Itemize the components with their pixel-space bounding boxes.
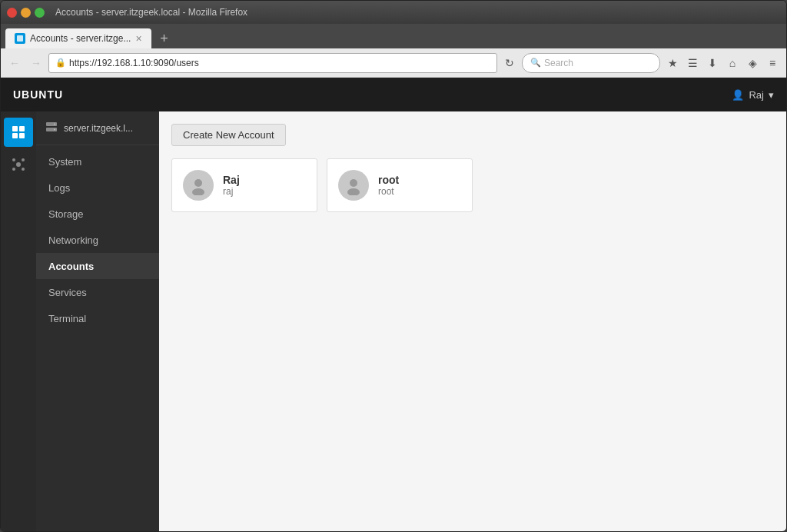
svg-point-17 xyxy=(347,188,360,195)
window-close-button[interactable] xyxy=(7,8,17,18)
avatar-root xyxy=(338,170,369,201)
svg-rect-4 xyxy=(19,133,25,138)
svg-point-12 xyxy=(54,123,55,125)
svg-point-13 xyxy=(54,128,55,130)
app-body: server.itzgeek.l... System Logs Storage … xyxy=(1,111,786,531)
search-icon: 🔍 xyxy=(530,58,541,68)
home-button[interactable]: ⌂ xyxy=(723,54,742,72)
tab-bar: Accounts - server.itzge... × + xyxy=(1,24,786,48)
tab-favicon xyxy=(15,33,25,44)
nav-sidebar-server-label: server.itzgeek.l... xyxy=(64,123,133,134)
nav-item-logs[interactable]: Logs xyxy=(36,175,159,201)
svg-rect-1 xyxy=(12,126,18,131)
title-bar: Accounts - server.itzgeek.local - Mozill… xyxy=(1,1,786,24)
nav-item-storage[interactable]: Storage xyxy=(36,201,159,227)
window-minimize-button[interactable] xyxy=(21,8,31,18)
account-info-root: root root xyxy=(378,174,399,197)
user-icon: 👤 xyxy=(732,89,744,101)
title-bar-text: Accounts - server.itzgeek.local - Mozill… xyxy=(55,7,247,18)
window-maximize-button[interactable] xyxy=(35,8,45,18)
pocket-button[interactable]: ◈ xyxy=(743,54,762,72)
account-username-raj: raj xyxy=(223,186,240,197)
address-bar[interactable]: 🔒 https://192.168.1.10:9090/users xyxy=(48,53,497,73)
nav-sidebar: server.itzgeek.l... System Logs Storage … xyxy=(36,111,159,531)
bookmark-button[interactable]: ★ xyxy=(663,54,682,72)
sidebar-icon-dashboard[interactable] xyxy=(4,118,33,147)
title-bar-buttons xyxy=(7,8,45,18)
nav-icons: ★ ☰ ⬇ ⌂ ◈ ≡ xyxy=(663,54,782,72)
browser-tab-active[interactable]: Accounts - server.itzge... × xyxy=(5,28,151,48)
app-header: UBUNTU 👤 Raj ▾ xyxy=(1,78,786,111)
svg-point-6 xyxy=(12,158,15,161)
accounts-grid: Raj raj root root xyxy=(171,158,774,212)
svg-point-14 xyxy=(194,179,202,187)
svg-point-7 xyxy=(22,158,25,161)
icon-sidebar xyxy=(1,111,36,531)
account-card-root[interactable]: root root xyxy=(327,158,473,212)
account-info-raj: Raj raj xyxy=(223,174,240,197)
app-title: UBUNTU xyxy=(13,88,732,101)
reload-button[interactable]: ↻ xyxy=(500,54,519,72)
svg-point-5 xyxy=(16,162,21,167)
svg-rect-3 xyxy=(12,133,18,138)
nav-item-system[interactable]: System xyxy=(36,148,159,175)
account-card-raj[interactable]: Raj raj xyxy=(171,158,317,212)
lock-icon: 🔒 xyxy=(55,58,66,68)
svg-point-8 xyxy=(12,168,15,171)
window-frame: Accounts - server.itzgeek.local - Mozill… xyxy=(0,0,787,532)
svg-point-16 xyxy=(350,179,357,187)
nav-item-terminal[interactable]: Terminal xyxy=(36,305,159,331)
download-button[interactable]: ⬇ xyxy=(703,54,722,72)
search-bar[interactable]: 🔍 Search xyxy=(522,53,660,73)
server-icon xyxy=(45,121,58,136)
svg-point-15 xyxy=(192,188,204,195)
main-content: Create New Account Raj raj xyxy=(159,111,786,531)
svg-rect-0 xyxy=(17,35,23,42)
nav-item-networking[interactable]: Networking xyxy=(36,227,159,253)
tab-label: Accounts - server.itzge... xyxy=(30,33,131,44)
nav-item-services[interactable]: Services xyxy=(36,279,159,305)
menu-button[interactable]: ≡ xyxy=(763,54,782,72)
account-display-name-raj: Raj xyxy=(223,174,240,186)
back-button[interactable]: ← xyxy=(5,54,24,72)
bookmark-manager-button[interactable]: ☰ xyxy=(683,54,702,72)
tab-close-button[interactable]: × xyxy=(135,32,141,45)
create-new-account-button[interactable]: Create New Account xyxy=(171,124,286,146)
user-chevron: ▾ xyxy=(769,89,774,101)
address-text: https://192.168.1.10:9090/users xyxy=(69,58,199,68)
svg-point-9 xyxy=(22,168,25,171)
account-display-name-root: root xyxy=(378,174,399,186)
nav-bar: ← → 🔒 https://192.168.1.10:9090/users ↻ … xyxy=(1,48,786,78)
sidebar-icon-apps[interactable] xyxy=(4,150,33,179)
nav-sidebar-header: server.itzgeek.l... xyxy=(36,111,159,145)
account-username-root: root xyxy=(378,186,399,197)
svg-rect-2 xyxy=(19,126,25,131)
user-label: Raj xyxy=(749,89,764,101)
user-menu[interactable]: 👤 Raj ▾ xyxy=(732,89,774,101)
new-tab-button[interactable]: + xyxy=(154,28,174,48)
search-placeholder: Search xyxy=(544,58,573,68)
avatar-raj xyxy=(183,170,214,201)
forward-button[interactable]: → xyxy=(27,54,45,72)
nav-sidebar-menu: System Logs Storage Networking Accounts … xyxy=(36,145,159,331)
nav-item-accounts[interactable]: Accounts xyxy=(36,253,159,279)
